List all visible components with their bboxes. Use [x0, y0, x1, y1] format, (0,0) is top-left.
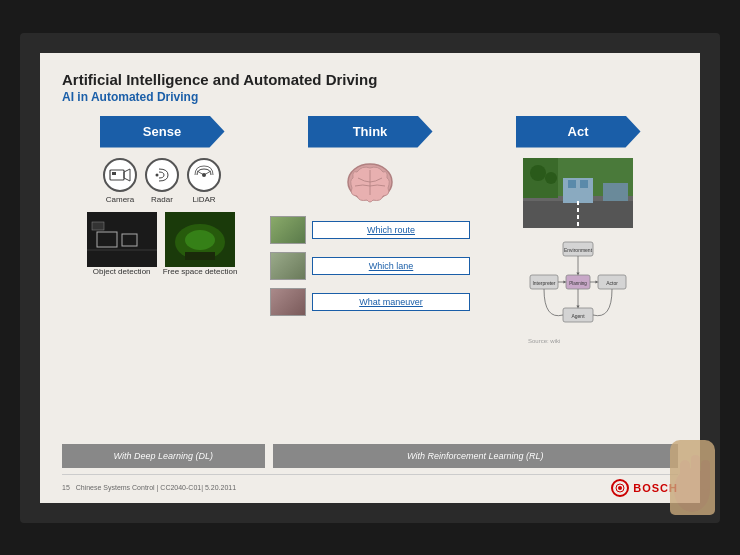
slide-title: Artificial Intelligence and Automated Dr…	[62, 71, 678, 88]
lidar-label: LiDAR	[192, 195, 215, 204]
which-route-image	[270, 216, 306, 244]
sensor-icons: Camera Radar	[103, 158, 221, 204]
freespace-detection-image	[165, 212, 235, 267]
radar-icon	[151, 164, 173, 186]
rl-bar: With Reinforcement Learning (RL)	[273, 444, 678, 468]
svg-rect-22	[580, 180, 588, 188]
footer-left: 15 Chinese Systems Control | CC2040-C01|…	[62, 484, 236, 491]
svg-point-14	[185, 230, 215, 250]
rl-svg: Environment Agent Interpreter Actor Plan…	[528, 240, 628, 325]
footer-bar: 15 Chinese Systems Control | CC2040-C01|…	[62, 474, 678, 497]
svg-marker-1	[124, 169, 130, 181]
svg-text:Agent: Agent	[571, 313, 585, 319]
sense-column: Sense Camera	[62, 116, 262, 436]
bottom-bars: With Deep Learning (DL) With Reinforceme…	[62, 444, 678, 468]
lidar-sensor: LiDAR	[187, 158, 221, 204]
content-area: Sense Camera	[62, 116, 678, 436]
slide: Artificial Intelligence and Automated Dr…	[40, 53, 700, 503]
svg-point-27	[545, 172, 557, 184]
think-label: Think	[353, 124, 388, 139]
bosch-logo: BOSCH	[611, 479, 678, 497]
svg-point-26	[530, 165, 546, 181]
copyright-text: Chinese Systems Control | CC2040-C01| 5.…	[76, 484, 236, 491]
think-arrow: Think	[308, 116, 433, 148]
sense-header: Sense	[92, 116, 232, 148]
svg-rect-11	[92, 222, 104, 230]
radar-circle	[145, 158, 179, 192]
svg-rect-15	[185, 252, 215, 260]
slide-subtitle: AI in Automated Driving	[62, 90, 678, 104]
which-lane-row: Which lane	[270, 252, 470, 280]
act-column: Act	[478, 116, 678, 436]
what-maneuver-image	[270, 288, 306, 316]
freespace-label: Free space detection	[163, 267, 238, 276]
lidar-icon	[193, 164, 215, 186]
svg-point-39	[618, 486, 622, 490]
radar-label: Radar	[151, 195, 173, 204]
svg-text:Actor: Actor	[606, 280, 618, 286]
brain-svg	[343, 160, 398, 205]
bosch-circle-icon	[611, 479, 629, 497]
act-header: Act	[508, 116, 648, 148]
svg-text:Interpreter: Interpreter	[532, 280, 555, 286]
freespace-svg	[165, 212, 235, 267]
camera-icon	[109, 167, 131, 183]
svg-point-3	[156, 173, 159, 176]
sense-arrow: Sense	[100, 116, 225, 148]
page-number: 15	[62, 484, 70, 491]
camera-label: Camera	[106, 195, 134, 204]
object-detection-svg	[87, 212, 157, 267]
act-label: Act	[568, 124, 589, 139]
svg-rect-41	[680, 460, 690, 495]
which-lane-image	[270, 252, 306, 280]
svg-text:Planning: Planning	[569, 281, 587, 286]
screen-background: Artificial Intelligence and Automated Dr…	[20, 33, 720, 523]
source-text: Source: wiki	[528, 338, 560, 344]
which-route-row: Which route	[270, 216, 470, 244]
svg-line-5	[197, 171, 204, 175]
dl-bar: With Deep Learning (DL)	[62, 444, 265, 468]
what-maneuver-row: What maneuver	[270, 288, 470, 316]
bosch-icon-svg	[614, 482, 626, 494]
svg-text:Environment: Environment	[564, 247, 593, 253]
act-photo	[523, 158, 633, 228]
think-items: Which route Which lane What maneuver	[270, 216, 470, 316]
camera-circle	[103, 158, 137, 192]
detection-images: Object detection Free space detection	[87, 212, 238, 276]
rl-diagram: Environment Agent Interpreter Actor Plan…	[528, 240, 628, 325]
object-detection-image	[87, 212, 157, 267]
sense-label: Sense	[143, 124, 181, 139]
think-column: Think Which route	[270, 116, 470, 436]
road-photo-svg	[523, 158, 633, 228]
which-lane-box: Which lane	[312, 257, 470, 275]
what-maneuver-box: What maneuver	[312, 293, 470, 311]
svg-rect-21	[568, 180, 576, 188]
think-header: Think	[300, 116, 440, 148]
brain-icon	[340, 158, 400, 208]
svg-rect-43	[701, 460, 710, 490]
camera-sensor: Camera	[103, 158, 137, 204]
hand-svg	[670, 440, 715, 515]
lidar-circle	[187, 158, 221, 192]
which-route-box: Which route	[312, 221, 470, 239]
svg-rect-2	[112, 172, 116, 175]
svg-rect-20	[563, 178, 593, 203]
svg-rect-23	[603, 183, 628, 201]
svg-rect-42	[691, 455, 700, 490]
radar-sensor: Radar	[145, 158, 179, 204]
object-detection-label: Object detection	[93, 267, 151, 276]
act-arrow: Act	[516, 116, 641, 148]
hand-overlay	[670, 440, 715, 515]
svg-line-6	[204, 171, 211, 175]
